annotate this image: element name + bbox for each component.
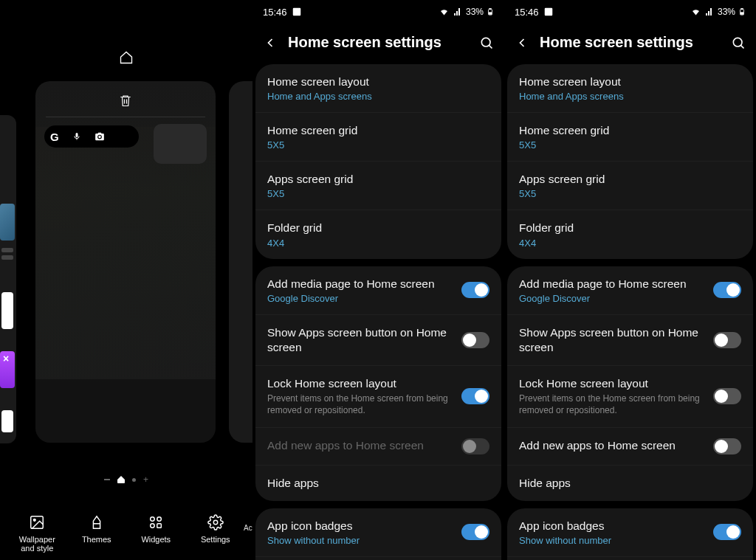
media-page-toggle[interactable]: [461, 282, 489, 298]
back-icon[interactable]: [515, 35, 529, 50]
svg-rect-7: [292, 8, 300, 16]
apps-button-row[interactable]: Show Apps screen button on Home screen: [255, 315, 501, 366]
svg-point-1: [34, 519, 36, 521]
home-grid-row[interactable]: Home screen grid5X5: [255, 113, 501, 162]
settings-screen-a: 15:46 33% Home screen settings Home scre…: [252, 0, 504, 560]
battery-icon: [487, 7, 494, 17]
folder-grid-row[interactable]: Folder grid4X4: [507, 210, 753, 258]
hide-apps-row[interactable]: Hide apps: [255, 466, 501, 501]
svg-rect-12: [544, 8, 552, 16]
svg-rect-5: [157, 524, 162, 528]
lock-layout-row[interactable]: Lock Home screen layoutPrevent items on …: [255, 366, 501, 428]
page-indicator[interactable]: +: [104, 476, 148, 483]
page-title: Home screen settings: [540, 34, 721, 51]
image-indicator-icon: [292, 7, 302, 17]
svg-rect-14: [741, 8, 743, 9]
home-layout-row[interactable]: Home screen layoutHome and Apps screens: [507, 64, 753, 113]
battery-text: 33%: [466, 7, 484, 17]
hide-apps-row[interactable]: Hide apps: [507, 466, 753, 501]
svg-rect-15: [740, 13, 743, 14]
layout-section: Home screen layoutHome and Apps screens …: [255, 64, 501, 259]
prev-page-preview[interactable]: ×: [0, 115, 16, 443]
themes-button[interactable]: Themes: [71, 514, 123, 553]
status-bar: 15:46 33%: [252, 0, 504, 21]
media-page-row[interactable]: Add media page to Home screenGoogle Disc…: [507, 266, 753, 315]
badges-section: App icon badgesShow without number Swipe…: [255, 508, 501, 560]
svg-point-4: [151, 524, 155, 528]
home-layout-row[interactable]: Home screen layoutHome and Apps screens: [255, 64, 501, 113]
home-icon[interactable]: [119, 50, 134, 65]
settings-screen-b: 15:46 33% Home screen settings Home scre…: [504, 0, 756, 560]
search-icon[interactable]: [731, 35, 746, 50]
options-section: Add media page to Home screenGoogle Disc…: [507, 266, 753, 501]
svg-point-3: [157, 517, 162, 522]
svg-point-11: [481, 38, 490, 46]
icon-badges-toggle[interactable]: [461, 524, 489, 540]
home-editor-panel: × G Ac + Wallpaper and style Themes: [0, 0, 252, 560]
badges-section: App icon badgesShow without number Swipe…: [507, 508, 753, 560]
folder-grid-row[interactable]: Folder grid4X4: [255, 210, 501, 258]
swipe-down-row[interactable]: Swipe down for notification panel: [507, 557, 753, 560]
mic-icon: [72, 131, 81, 142]
svg-rect-10: [489, 13, 491, 14]
layout-section: Home screen layoutHome and Apps screens …: [507, 64, 753, 259]
svg-point-6: [213, 520, 218, 525]
page-title: Home screen settings: [288, 34, 469, 51]
lock-layout-toggle[interactable]: [713, 388, 741, 404]
home-grid-row[interactable]: Home screen grid5X5: [507, 113, 753, 162]
back-icon[interactable]: [263, 35, 278, 50]
battery-icon: [738, 7, 746, 17]
settings-header: Home screen settings: [504, 21, 756, 64]
battery-text: 33%: [718, 7, 735, 17]
clock: 15:46: [263, 7, 287, 18]
apps-grid-row[interactable]: Apps screen grid5X5: [255, 162, 501, 210]
icon-badges-toggle[interactable]: [713, 524, 741, 540]
apps-button-toggle[interactable]: [461, 332, 489, 348]
swipe-down-row[interactable]: Swipe down for notification panel: [255, 557, 501, 560]
settings-header: Home screen settings: [252, 21, 504, 64]
apps-grid-row[interactable]: Apps screen grid5X5: [507, 162, 753, 210]
widget-placeholder[interactable]: [154, 124, 207, 164]
add-new-apps-row: Add new apps to Home screen: [255, 428, 501, 466]
media-page-toggle[interactable]: [713, 282, 741, 298]
search-icon[interactable]: [479, 35, 494, 50]
options-section: Add media page to Home screenGoogle Disc…: [255, 266, 501, 501]
editor-bottom-bar: Wallpaper and style Themes Widgets Setti…: [0, 514, 252, 553]
clock: 15:46: [515, 7, 539, 18]
status-bar: 15:46 33%: [504, 0, 756, 21]
icon-badges-row[interactable]: App icon badgesShow without number: [255, 508, 501, 557]
image-indicator-icon: [543, 7, 554, 17]
settings-button[interactable]: Settings: [190, 514, 241, 553]
widgets-button[interactable]: Widgets: [130, 514, 182, 553]
wifi-icon: [690, 7, 701, 16]
svg-rect-9: [489, 8, 492, 9]
lock-layout-row[interactable]: Lock Home screen layoutPrevent items on …: [507, 366, 753, 428]
signal-icon: [704, 7, 715, 16]
current-page-preview[interactable]: G: [35, 81, 216, 443]
add-new-apps-toggle: [461, 438, 489, 454]
wifi-icon: [439, 7, 450, 16]
camera-icon: [94, 131, 105, 142]
google-search-widget[interactable]: G: [44, 125, 139, 148]
apps-button-toggle[interactable]: [713, 332, 741, 348]
signal-icon: [453, 7, 463, 16]
add-new-apps-row[interactable]: Add new apps to Home screen: [507, 428, 753, 466]
trash-icon[interactable]: [119, 93, 132, 108]
lock-layout-toggle[interactable]: [461, 388, 489, 404]
next-page-preview[interactable]: [229, 81, 252, 443]
svg-point-2: [151, 517, 155, 522]
add-new-apps-toggle[interactable]: [713, 438, 741, 454]
svg-point-16: [733, 38, 742, 46]
icon-badges-row[interactable]: App icon badgesShow without number: [507, 508, 753, 557]
google-g-icon: G: [50, 131, 59, 143]
wallpaper-button[interactable]: Wallpaper and style: [11, 514, 63, 553]
apps-button-row[interactable]: Show Apps screen button on Home screen: [507, 315, 753, 366]
media-page-row[interactable]: Add media page to Home screenGoogle Disc…: [255, 266, 501, 315]
